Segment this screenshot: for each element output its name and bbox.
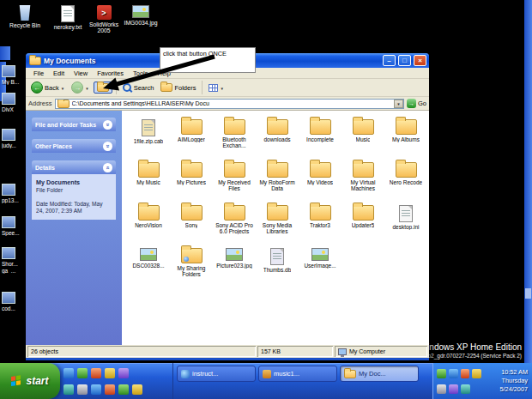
taskbar-button-music[interactable]: music1...: [258, 366, 337, 382]
quick-launch-icon[interactable]: [132, 384, 142, 395]
tray-icon[interactable]: [461, 369, 470, 378]
file-item[interactable]: Music: [342, 119, 384, 161]
quick-launch-icon[interactable]: [118, 368, 129, 378]
tray-icon[interactable]: [449, 384, 458, 394]
taskbar-clock[interactable]: 10:52 AM Thursday 5/24/2007: [483, 363, 532, 399]
desktop-icon-edge[interactable]: DivX: [2, 93, 27, 112]
chevron-collapse-icon[interactable]: [103, 163, 112, 172]
file-item[interactable]: desktop.ini: [384, 205, 427, 247]
file-list[interactable]: 1file.zip.cab AIMLogger Bluetooth Exchan…: [122, 111, 429, 345]
views-button[interactable]: [206, 83, 226, 93]
folder-icon: [224, 119, 245, 135]
file-item[interactable]: Sony Media Libraries: [256, 205, 299, 247]
file-item[interactable]: Bluetooth Exchan...: [213, 119, 256, 161]
desktop-icon-edge[interactable]: cod...: [2, 292, 27, 311]
panel-header[interactable]: Other Places: [32, 139, 116, 153]
address-dropdown-button[interactable]: [394, 100, 403, 108]
file-item[interactable]: Picture023.jpg: [213, 248, 256, 290]
file-item[interactable]: My Pictures: [170, 162, 213, 204]
chevron-expand-icon[interactable]: [103, 142, 112, 151]
desktop-icon-edge[interactable]: Spee...: [2, 216, 27, 236]
music-icon: [263, 370, 271, 378]
panel-header[interactable]: File and Folder Tasks: [32, 118, 116, 131]
folder-icon: [181, 162, 203, 178]
status-zone: My Computer: [335, 346, 427, 357]
quick-launch-icon[interactable]: [118, 384, 129, 395]
desktop-icon-nerokey[interactable]: nerokey.txt: [48, 5, 88, 30]
desktop-icon-img0034[interactable]: IMG0034.jpg: [121, 5, 160, 26]
status-size: 157 KB: [257, 346, 333, 357]
quick-launch-icon[interactable]: [91, 368, 101, 378]
desktop-icon-recycle-bin[interactable]: Recycle Bin: [5, 5, 45, 28]
tray-icon[interactable]: [437, 384, 446, 394]
file-item[interactable]: downloads: [256, 119, 299, 161]
file-item[interactable]: Incomplete: [299, 119, 342, 161]
desktop-icon-label: SolidWorks 2005: [84, 21, 124, 33]
desktop-icon-edge[interactable]: pp13...: [2, 184, 27, 203]
address-input[interactable]: C:\Documents and Settings\HELLRAISER\My …: [55, 99, 404, 109]
desktop-icon-edge[interactable]: judy...: [2, 129, 27, 148]
file-item[interactable]: My Videos: [299, 162, 342, 204]
up-one-level-button[interactable]: [94, 82, 112, 94]
desktop-icon-edge[interactable]: My B...: [2, 65, 27, 85]
search-icon: [123, 83, 132, 93]
folder-icon: [267, 162, 288, 178]
file-item[interactable]: Updater5: [342, 205, 384, 247]
file-item[interactable]: My Received Files: [213, 162, 256, 204]
file-item[interactable]: Nero Recode: [384, 162, 427, 204]
tray-icons: [433, 363, 483, 399]
file-item[interactable]: NeroVision: [127, 205, 170, 247]
folders-button[interactable]: Folders: [158, 82, 198, 93]
tray-icon[interactable]: [449, 369, 458, 378]
menu-favorites[interactable]: Favorites: [93, 70, 128, 77]
forward-button[interactable]: [69, 81, 91, 94]
quick-launch-icon[interactable]: [63, 368, 74, 378]
menu-edit[interactable]: Edit: [49, 70, 69, 77]
search-button[interactable]: Search: [120, 82, 157, 94]
taskbar-button-instruct[interactable]: instruct...: [177, 366, 256, 382]
back-button[interactable]: Back: [28, 81, 67, 94]
quick-launch-icon[interactable]: [77, 384, 88, 395]
file-item[interactable]: My Albums: [384, 119, 427, 161]
shared-folder-icon: [181, 248, 203, 263]
minimize-button[interactable]: [383, 55, 396, 66]
menu-view[interactable]: View: [70, 70, 92, 77]
quick-launch-icon[interactable]: [63, 384, 74, 395]
desktop-icon-edge[interactable]: Shor...: [2, 247, 27, 267]
panel-header[interactable]: Details: [32, 160, 116, 174]
taskbar-button-my-documents[interactable]: My Doc...: [340, 366, 419, 382]
menu-tools[interactable]: Tools: [129, 70, 153, 77]
menu-file[interactable]: File: [29, 70, 48, 77]
file-item[interactable]: AIMLogger: [170, 119, 213, 161]
quick-launch-icon[interactable]: [77, 368, 88, 378]
quick-launch-icon[interactable]: [105, 368, 115, 378]
quick-launch-icon[interactable]: [105, 384, 115, 395]
file-item[interactable]: DSC00328...: [127, 248, 170, 290]
chevron-expand-icon[interactable]: [103, 120, 112, 130]
file-item[interactable]: My Sharing Folders: [170, 248, 213, 290]
maximize-button[interactable]: [398, 55, 411, 66]
file-item[interactable]: Traktor3: [299, 205, 342, 247]
desktop-icon-edge[interactable]: ga_...: [2, 268, 27, 274]
file-item[interactable]: Thumbs.db: [256, 248, 299, 290]
file-item[interactable]: Sony: [170, 205, 213, 247]
cab-file-icon: [142, 119, 155, 136]
close-button[interactable]: [414, 55, 426, 66]
go-button[interactable]: Go: [407, 99, 426, 108]
file-item[interactable]: My RoboForm Data: [256, 162, 299, 204]
image-file-icon: [140, 248, 157, 261]
file-item[interactable]: Sony ACID Pro 6.0 Projects: [213, 205, 256, 247]
file-item[interactable]: My Virtual Machines: [342, 162, 384, 204]
tray-icon[interactable]: [437, 369, 446, 378]
folder-icon: [267, 205, 288, 221]
file-item[interactable]: UserImage...: [299, 248, 342, 290]
start-button[interactable]: start: [0, 363, 60, 399]
folder-icon: [181, 119, 203, 135]
toolbar-separator: [202, 81, 203, 94]
tray-icon[interactable]: [472, 369, 481, 378]
quick-launch-icon[interactable]: [91, 384, 101, 395]
file-item[interactable]: My Music: [127, 162, 170, 204]
file-item[interactable]: 1file.zip.cab: [127, 119, 170, 161]
desktop-icon-solidworks[interactable]: > SolidWorks 2005: [84, 5, 124, 33]
tray-icon[interactable]: [461, 384, 470, 394]
